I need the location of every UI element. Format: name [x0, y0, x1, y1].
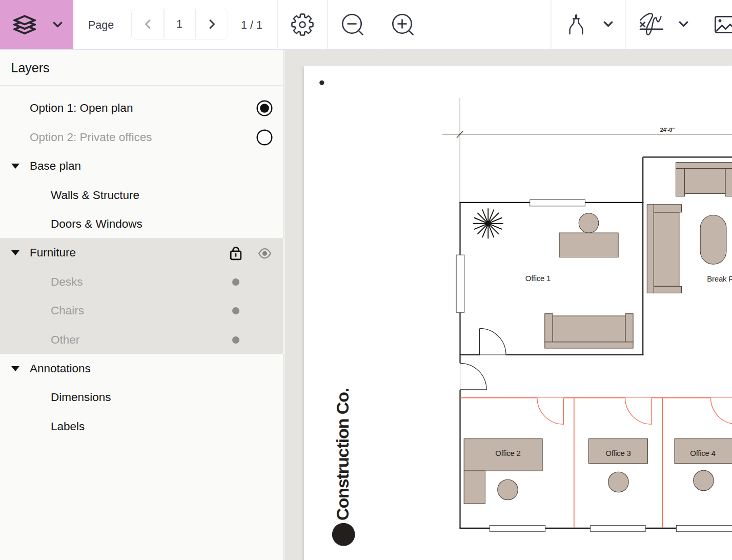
svg-text:Office 3: Office 3 — [605, 449, 631, 457]
svg-text:Office 2: Office 2 — [495, 449, 520, 457]
svg-text:Construction Co.: Construction Co. — [333, 388, 352, 521]
svg-text:Office 1: Office 1 — [525, 274, 550, 283]
svg-text:Break Room: Break Room — [707, 274, 732, 283]
svg-text:Office 4: Office 4 — [690, 449, 715, 457]
svg-text:24'-0": 24'-0" — [660, 127, 675, 133]
